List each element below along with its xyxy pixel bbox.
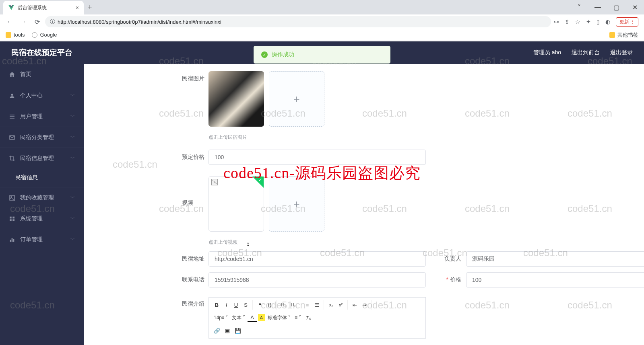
clear-format-icon[interactable]: Tₓ	[303, 313, 313, 322]
insert-image-icon[interactable]: ▣	[223, 326, 232, 335]
profile-icon[interactable]: ◐	[605, 18, 610, 25]
strike-icon[interactable]: S	[241, 300, 251, 310]
video-preview[interactable]: ✓	[208, 176, 264, 232]
save-icon[interactable]: 💾	[233, 326, 243, 335]
h2-icon[interactable]: H₂	[289, 300, 298, 310]
new-tab-button[interactable]: +	[88, 3, 92, 12]
rich-text-editor[interactable]: B I U S ❝ ⟨⟩ H₁ H₂	[208, 297, 426, 339]
browser-tab[interactable]: 后台管理系统 ×	[3, 1, 84, 14]
code-icon[interactable]: ⟨⟩	[265, 300, 275, 310]
italic-icon[interactable]: I	[222, 300, 231, 310]
blockquote-icon[interactable]: ❝	[255, 300, 265, 310]
star-icon[interactable]: ☆	[575, 18, 580, 25]
update-button[interactable]: 更新 ⋮	[616, 17, 638, 27]
share-icon[interactable]: ⇪	[565, 18, 570, 25]
bullet-list-icon[interactable]: ☰	[312, 300, 322, 310]
chart-icon	[9, 236, 15, 243]
info-icon: ⓘ	[50, 18, 55, 25]
phone-input[interactable]	[208, 272, 426, 288]
mail-icon	[9, 134, 15, 141]
sidebar-item-system[interactable]: 系统管理 ﹀	[0, 208, 84, 229]
label-owner: 负责人	[426, 255, 466, 263]
url-text: http://localhost:8080/springbootr0p7i/ad…	[58, 19, 221, 25]
svg-rect-13	[13, 239, 14, 242]
indent-right-icon[interactable]: ⇥	[360, 300, 369, 310]
address-input[interactable]	[208, 251, 426, 267]
sidebar-item-info-mgmt[interactable]: 民宿信息管理 ﹀	[0, 148, 84, 168]
link-icon[interactable]: 🔗	[212, 326, 222, 335]
extensions-icon[interactable]: ✦	[586, 18, 591, 25]
sidebar-item-category[interactable]: 民宿分类管理 ﹀	[0, 127, 84, 148]
svg-rect-2	[10, 116, 14, 117]
browser-tab-bar: 后台管理系统 × + ˅ — ▢ ✕	[0, 0, 644, 14]
chevron-down-icon[interactable]: ˅	[570, 0, 588, 14]
content-area: 民宿图片 + 点击上传民宿图片 预定价格 视频 ✓	[84, 64, 644, 345]
logout-button[interactable]: 退出登录	[610, 49, 633, 56]
url-bar[interactable]: ⓘ http://localhost:8080/springbootr0p7i/…	[45, 16, 551, 27]
minimize-icon[interactable]: —	[588, 0, 607, 14]
user-label[interactable]: 管理员 abo	[533, 49, 561, 56]
exit-front-button[interactable]: 退出到前台	[572, 49, 600, 56]
forward-button: →	[18, 16, 29, 27]
maximize-icon[interactable]: ▢	[607, 0, 625, 14]
sidebar-item-users[interactable]: 用户管理 ﹀	[0, 106, 84, 127]
superscript-icon[interactable]: x²	[336, 300, 346, 310]
close-window-icon[interactable]: ✕	[625, 0, 644, 14]
sidebar: 首页 个人中心 ﹀ 用户管理 ﹀ 民宿分类管理 ﹀ 民宿信息管理 ﹀ 民宿信息 …	[0, 64, 84, 345]
plus-icon: +	[293, 93, 299, 105]
amount-input[interactable]	[466, 272, 644, 288]
indent-left-icon[interactable]: ⇤	[350, 300, 360, 310]
fontfamily-select[interactable]: 标准字体 ˅	[266, 314, 292, 322]
image-icon	[9, 195, 15, 201]
sidebar-item-personal[interactable]: 个人中心 ﹀	[0, 85, 84, 106]
svg-rect-11	[10, 240, 11, 242]
sidebar-item-home[interactable]: 首页	[0, 64, 84, 85]
image-preview[interactable]	[208, 71, 264, 127]
plus-icon: +	[293, 198, 299, 210]
bold-icon[interactable]: B	[212, 300, 222, 310]
label-intro: 民宿介绍	[84, 296, 208, 308]
svg-rect-8	[12, 216, 14, 218]
subscript-icon[interactable]: x₂	[326, 300, 336, 310]
preview-thumbnail	[208, 71, 264, 127]
chevron-down-icon: ﹀	[70, 216, 75, 222]
ordered-list-icon[interactable]: ≡	[303, 300, 312, 310]
fonttype-select[interactable]: 文本 ˅	[230, 314, 247, 322]
settings-icon	[9, 216, 15, 222]
editor-toolbar: B I U S ❝ ⟨⟩ H₁ H₂	[209, 298, 425, 338]
text-color-icon[interactable]: A	[248, 314, 257, 322]
back-button[interactable]: ←	[4, 16, 15, 27]
h1-icon[interactable]: H₁	[279, 300, 289, 310]
price-input[interactable]	[208, 150, 426, 165]
chevron-down-icon: ﹀	[70, 134, 75, 140]
success-toast: ✓ 操作成功	[254, 46, 390, 64]
label-amount: 价格	[426, 276, 466, 283]
sidebar-item-favorites[interactable]: 我的收藏管理 ﹀	[0, 187, 84, 208]
toast-text: 操作成功	[272, 51, 294, 58]
panel-icon[interactable]: ▯	[597, 18, 600, 25]
align-select[interactable]: ≡ ˅	[293, 314, 303, 321]
owner-input[interactable]	[466, 251, 644, 267]
svg-rect-12	[12, 238, 13, 242]
app-title: 民宿在线预定平台	[11, 47, 72, 58]
bookmark-tools[interactable]: tools	[6, 32, 25, 38]
upload-video-button[interactable]: +	[269, 176, 324, 232]
underline-icon[interactable]: U	[231, 300, 241, 310]
fontsize-select[interactable]: 14px ˅	[212, 314, 229, 321]
svg-point-0	[11, 93, 13, 95]
other-bookmarks[interactable]: 其他书签	[609, 31, 638, 39]
sidebar-item-orders[interactable]: 订单管理 ﹀	[0, 229, 84, 250]
image-upload-hint: 点击上传民宿图片	[84, 134, 644, 141]
reload-button[interactable]: ⟳	[31, 16, 43, 27]
browser-nav-bar: ← → ⟳ ⓘ http://localhost:8080/springboot…	[0, 14, 644, 29]
success-check-icon: ✓	[261, 51, 268, 58]
label-address: 民宿地址	[84, 255, 208, 263]
bookmark-google[interactable]: Google	[32, 32, 57, 38]
chevron-down-icon: ﹀	[70, 236, 75, 242]
sidebar-subitem-info[interactable]: 民宿信息	[0, 168, 84, 187]
key-icon[interactable]: ⊶	[553, 18, 559, 25]
upload-image-button[interactable]: +	[269, 71, 324, 127]
svg-rect-3	[10, 118, 14, 118]
tab-close-icon[interactable]: ×	[76, 4, 79, 11]
bg-color-icon[interactable]: A	[258, 314, 265, 321]
